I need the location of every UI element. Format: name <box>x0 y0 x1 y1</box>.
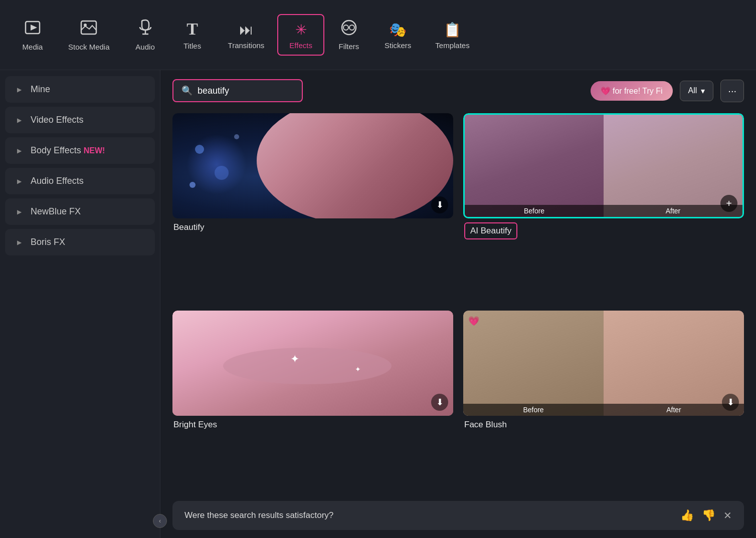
media-label: Media <box>23 43 43 51</box>
titles-label: Titles <box>183 42 201 50</box>
titles-icon: T <box>186 20 198 38</box>
effect-card-face-blush[interactable]: 💗 Before After ⬇ Face Blush <box>463 311 744 491</box>
transitions-icon: ⏭ <box>239 20 253 37</box>
thumbs-down-button[interactable]: 👎 <box>702 509 715 522</box>
ai-beautify-label-box: AI Beautify <box>464 222 517 239</box>
nav-item-effects[interactable]: ✳Effects <box>277 14 324 56</box>
stickers-label: Stickers <box>385 41 411 50</box>
effects-icon: ✳ <box>295 20 307 37</box>
chevron-icon-mine: ▶ <box>17 86 22 93</box>
effect-thumbnail-face-blush: 💗 Before After ⬇ <box>463 311 744 416</box>
sidebar: ▶Mine▶Video Effects▶Body Effects NEW!▶Au… <box>0 70 160 538</box>
effect-card-beautify[interactable]: ⬇ Beautify <box>172 113 453 301</box>
nav-item-audio[interactable]: Audio <box>123 14 168 56</box>
svg-point-7 <box>343 25 348 30</box>
effect-label-beautify: Beautify <box>172 218 453 234</box>
premium-heart-face-blush: 💗 <box>468 316 479 327</box>
face-blush-title: Face Blush <box>464 420 507 430</box>
chevron-down-icon: ▾ <box>701 86 705 96</box>
chevron-icon-body-effects: ▶ <box>17 147 22 154</box>
effect-label-face-blush: Face Blush <box>463 416 744 432</box>
nav-item-titles[interactable]: TTitles <box>170 15 215 55</box>
promo-text: 💗 for free! Try Fi <box>601 86 663 96</box>
before-after-overlay-ai: Before After <box>465 205 742 217</box>
effects-grid: ⬇ Beautify 💗 Before After <box>160 108 756 501</box>
nav-item-transitions[interactable]: ⏭Transitions <box>217 15 276 55</box>
effects-label: Effects <box>289 41 312 50</box>
feedback-close-button[interactable]: ✕ <box>723 509 732 521</box>
effect-card-ai-beautify[interactable]: 💗 Before After + AI Beautify <box>463 113 744 301</box>
templates-icon: 📋 <box>444 20 461 37</box>
sidebar-item-audio-effects[interactable]: ▶Audio Effects <box>5 168 155 194</box>
transitions-label: Transitions <box>228 41 265 50</box>
nav-item-stock-media[interactable]: Stock Media <box>57 14 121 56</box>
svg-marker-1 <box>31 25 37 31</box>
nav-item-media[interactable]: Media <box>10 14 55 56</box>
download-icon-beautify[interactable]: ⬇ <box>431 196 448 213</box>
filter-label: All <box>688 86 697 95</box>
download-icon-bright-eyes[interactable]: ⬇ <box>431 394 448 411</box>
sidebar-item-newblue-fx[interactable]: ▶NewBlue FX <box>5 198 155 225</box>
templates-label: Templates <box>435 41 469 50</box>
before-label-face: Before <box>463 404 604 416</box>
chevron-icon-audio-effects: ▶ <box>17 178 22 185</box>
before-after-overlay-face: Before After <box>463 404 744 416</box>
before-label-ai: Before <box>465 205 604 217</box>
content-wrapper: ⬇ Beautify 💗 Before After <box>160 108 756 538</box>
sidebar-item-body-effects[interactable]: ▶Body Effects NEW! <box>5 137 155 164</box>
sidebar-label-mine: Mine <box>31 84 143 95</box>
chevron-icon-boris-fx: ▶ <box>17 239 22 246</box>
audio-label: Audio <box>135 43 154 51</box>
feedback-bar: Were these search results satisfactory? … <box>172 501 744 530</box>
plus-icon-ai-beautify[interactable]: + <box>720 195 737 212</box>
effect-thumbnail-beautify: ⬇ <box>172 113 453 218</box>
effect-label-bright-eyes: Bright Eyes <box>172 416 453 432</box>
filters-icon <box>341 20 357 38</box>
stickers-icon: 🎭 <box>389 20 407 37</box>
sidebar-label-audio-effects: Audio Effects <box>31 176 143 186</box>
sidebar-label-video-effects: Video Effects <box>31 115 143 125</box>
bright-eyes-title: Bright Eyes <box>173 420 217 430</box>
effect-thumbnail-bright-eyes: 💗 ✦ ✦ ⬇ <box>172 311 453 416</box>
media-icon <box>24 19 41 39</box>
promo-badge[interactable]: 💗 for free! Try Fi <box>591 81 673 101</box>
search-input[interactable] <box>198 86 288 96</box>
top-nav: MediaStock MediaAudioTTitles⏭Transitions… <box>0 0 756 70</box>
filter-dropdown[interactable]: All ▾ <box>680 81 714 101</box>
effect-label-ai-beautify: AI Beautify <box>463 218 744 241</box>
beautify-title: Beautify <box>173 222 204 232</box>
feedback-question: Were these search results satisfactory? <box>184 510 333 520</box>
sidebar-label-body-effects: Body Effects NEW! <box>31 145 143 156</box>
nav-item-templates[interactable]: 📋Templates <box>424 15 480 55</box>
svg-point-8 <box>349 25 354 30</box>
stock-media-icon <box>80 19 97 39</box>
filters-label: Filters <box>339 42 359 51</box>
effect-thumbnail-ai-beautify: 💗 Before After + <box>463 113 744 218</box>
sidebar-item-video-effects[interactable]: ▶Video Effects <box>5 107 155 133</box>
sidebar-collapse-button[interactable]: ‹ <box>153 514 167 528</box>
search-bar-row: 🔍 💗 for free! Try Fi All ▾ ··· <box>160 70 756 108</box>
audio-icon <box>138 19 153 39</box>
sidebar-label-boris-fx: Boris FX <box>31 237 143 247</box>
chevron-icon-newblue-fx: ▶ <box>17 208 22 215</box>
stock-media-label: Stock Media <box>68 43 110 51</box>
effect-card-bright-eyes[interactable]: 💗 ✦ ✦ ⬇ Bright Eyes <box>172 311 453 491</box>
search-box[interactable]: 🔍 <box>172 79 303 102</box>
content-area: 🔍 💗 for free! Try Fi All ▾ ··· <box>160 70 756 538</box>
thumbs-up-button[interactable]: 👍 <box>680 509 694 522</box>
nav-item-filters[interactable]: Filters <box>326 15 371 56</box>
nav-item-stickers[interactable]: 🎭Stickers <box>373 15 422 55</box>
sidebar-item-boris-fx[interactable]: ▶Boris FX <box>5 229 155 255</box>
download-icon-face-blush[interactable]: ⬇ <box>722 394 739 411</box>
main-layout: ▶Mine▶Video Effects▶Body Effects NEW!▶Au… <box>0 70 756 538</box>
search-icon: 🔍 <box>181 85 193 96</box>
more-options-button[interactable]: ··· <box>720 80 744 102</box>
ai-beautify-title: AI Beautify <box>470 226 511 236</box>
chevron-icon-video-effects: ▶ <box>17 117 22 124</box>
sidebar-item-mine[interactable]: ▶Mine <box>5 76 155 103</box>
new-badge-body-effects: NEW! <box>84 146 105 155</box>
svg-point-3 <box>84 24 87 27</box>
sidebar-label-newblue-fx: NewBlue FX <box>31 206 143 217</box>
